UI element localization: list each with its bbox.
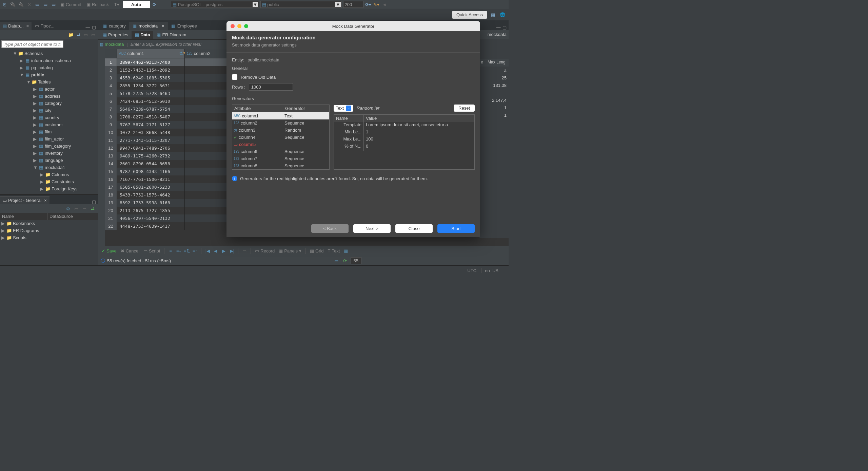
generators-table[interactable]: AttributeGenerator ABCcolumn1Text123colu… [232,105,330,170]
sub-tab[interactable]: ▦ER Diagram [153,31,190,39]
link-icon[interactable]: ⇄ [75,31,82,38]
close-icon[interactable]: × [44,198,47,203]
tree-item[interactable]: ▶▦city [0,107,98,114]
generator-type-select[interactable]: Text⌄ [334,105,353,112]
tree-item[interactable]: ▶▦inventory [0,150,98,157]
more-icon[interactable]: ▭ [90,31,97,38]
new-folder-icon[interactable]: 📁 [67,31,74,38]
remove-old-data-checkbox[interactable] [232,74,237,80]
minimize-icon[interactable]: — [85,24,91,30]
generator-row[interactable]: ◷column3Random [232,127,329,134]
tree-item[interactable]: ▶📁Columns [0,171,98,178]
rows-input[interactable] [249,83,293,91]
tree-item[interactable]: ▼▦public [0,71,98,78]
reset-button[interactable]: Reset [454,105,475,112]
next-icon[interactable]: ▶ [220,248,227,255]
refresh-icon[interactable]: ⟳ [151,1,158,8]
project-tree[interactable]: ▶📁Bookmarks▶📁ER Diagrams▶📁Scripts [0,220,98,241]
tree-item[interactable]: ▶📁Foreign Keys [0,185,98,192]
minimize-icon[interactable]: — [85,199,91,204]
back-icon[interactable]: ◄ [381,1,388,8]
refresh-icon[interactable]: ⟳ [342,258,349,264]
disconnect-icon[interactable]: ✕ [26,1,33,8]
link-icon[interactable]: ⇄ [89,205,96,212]
first-icon[interactable]: |◀ [204,248,211,255]
close-icon[interactable]: × [26,23,29,29]
globe-icon[interactable]: 🌐 [499,11,506,18]
script-button[interactable]: ▭ Script [142,248,161,254]
minimize-icon[interactable]: — [496,24,501,30]
cancel-button[interactable]: ✖ Cancel [119,248,141,254]
maximize-icon[interactable]: ▢ [502,24,507,30]
generator-row[interactable]: ✓column4Sequence [232,134,329,141]
plug2-icon[interactable]: 🔌 [18,1,24,8]
tree-filter-input[interactable] [1,40,63,48]
text-view-button[interactable]: T Text [327,248,341,254]
column-header-1[interactable]: ABCcolumn1⚗? [117,49,185,58]
sql-icon[interactable]: ⎘ [1,1,8,8]
commit-button[interactable]: ▣Commit [58,1,83,8]
generator-row[interactable]: ABCcolumn1Text [232,112,329,119]
next-button[interactable]: Next > [353,224,391,233]
param-row[interactable]: TemplateLorem ipsum dolor sit amet, cons… [334,122,474,129]
last-icon[interactable]: ▶| [229,248,235,255]
record-button[interactable]: ▭ Record [254,248,276,254]
schema-select[interactable]: ▤public▼ [260,1,342,8]
tb1-icon[interactable]: ≡ [167,248,174,255]
sql1-icon[interactable]: ▭ [34,1,41,8]
save-button[interactable]: ✔ Save [100,248,118,254]
p3-icon[interactable]: ▭ [81,205,88,212]
param-row[interactable]: Max Le...100 [334,136,474,144]
project-item[interactable]: ▶📁Bookmarks [0,220,98,227]
prev-icon[interactable]: ◀ [212,248,219,255]
maximize-icon[interactable]: ▢ [91,24,97,30]
tree-item[interactable]: ▶▦information_schema [0,57,98,64]
refresh2-icon[interactable]: ⟳▾ [365,1,372,8]
tree-item[interactable]: ▶▦film_actor [0,135,98,143]
tb2-icon[interactable]: ≡₊ [175,248,182,255]
sql3-icon[interactable]: ▭ [50,1,57,8]
editor-tab[interactable]: ▦category [99,22,129,30]
tree-item[interactable]: ▶▦customer [0,121,98,128]
editor-tab[interactable]: ▦Employee [168,22,200,30]
param-row[interactable]: Min Le...1 [334,129,474,136]
datasource-select[interactable]: ▤PostgreSQL - postgres▼ [171,1,259,8]
export-icon[interactable]: ▭ [241,248,248,255]
table-link[interactable]: ▦mockdata [99,42,124,47]
rollback-button[interactable]: ▣Rollback [84,1,111,8]
param-row[interactable]: % of N...0 [334,144,474,151]
tree-item[interactable]: ▼📁Schemas [0,50,98,57]
database-navigator-tab[interactable]: ▤Datab...× [0,22,32,30]
dialog-titlebar[interactable]: Mock Data Generator [226,21,480,31]
close-icon[interactable]: × [162,23,164,29]
quick-access-button[interactable]: Quick Access [452,11,487,19]
perspective-icon[interactable]: ▦ [490,11,496,18]
panels-button[interactable]: ▦ Panels ▾ [277,248,303,254]
edit-icon[interactable]: ✎▾ [373,1,380,8]
project-tab[interactable]: ▭Project - General× [0,196,50,204]
tree-item[interactable]: ▶▦actor [0,86,98,93]
maximize-icon[interactable]: ▢ [91,199,97,204]
row-limit-input[interactable]: 200 [343,1,363,8]
editor-tab[interactable]: ▦mockdata× [129,22,168,30]
gear-icon[interactable]: ⚙ [65,205,72,212]
tb4-icon[interactable]: ≡⁻ [192,248,198,255]
generator-params-table[interactable]: NameValue TemplateLorem ipsum dolor sit … [334,114,475,170]
collapse-icon[interactable]: ▭ [82,31,89,38]
layout-icon[interactable]: ▦ [342,248,349,255]
pin-icon[interactable]: ▭ [333,258,340,264]
tree-item[interactable]: ▶▦film_category [0,143,98,150]
tree-item[interactable]: ▼▦mockada1 [0,164,98,171]
database-tree[interactable]: ▼📁Schemas▶▦information_schema▶▦pg_catalo… [0,49,98,193]
tree-item[interactable]: ▼📁Tables [0,78,98,86]
sub-tab[interactable]: ▦Properties [99,31,132,39]
tree-item[interactable]: ▶▦address [0,93,98,100]
generator-row[interactable]: 123column2Sequence [232,119,329,127]
tree-item[interactable]: ▶▦category [0,100,98,107]
project-item[interactable]: ▶📁Scripts [0,234,98,241]
project-item[interactable]: ▶📁ER Diagrams [0,227,98,234]
tree-item[interactable]: ▶▦language [0,157,98,164]
start-button[interactable]: Start [437,224,475,233]
tree-item[interactable]: ▶📁Constraints [0,178,98,185]
tx-mode-button[interactable]: T▾ [112,1,121,8]
